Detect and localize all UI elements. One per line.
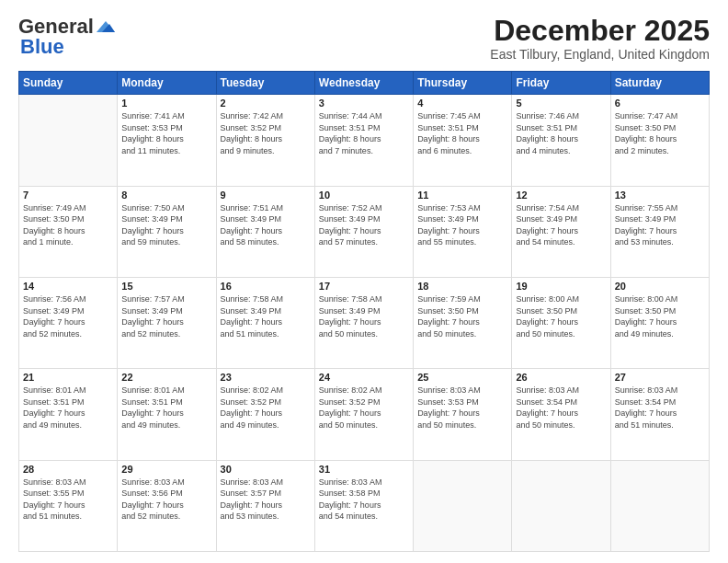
day-number: 29: [121, 464, 211, 475]
table-row: 23Sunrise: 8:02 AMSunset: 3:52 PMDayligh…: [216, 369, 314, 460]
day-number: 20: [615, 281, 705, 292]
day-number: 25: [417, 372, 507, 383]
table-row: 6Sunrise: 7:47 AMSunset: 3:50 PMDaylight…: [610, 95, 709, 186]
day-number: 12: [516, 190, 606, 201]
calendar-week-row: 28Sunrise: 8:03 AMSunset: 3:55 PMDayligh…: [19, 460, 710, 551]
table-row: 4Sunrise: 7:45 AMSunset: 3:51 PMDaylight…: [414, 95, 512, 186]
day-number: 17: [319, 281, 409, 292]
day-info: Sunrise: 8:01 AMSunset: 3:51 PMDaylight:…: [23, 385, 113, 431]
day-number: 1: [121, 98, 211, 109]
day-info: Sunrise: 8:03 AMSunset: 3:57 PMDaylight:…: [221, 477, 311, 523]
calendar-header-row: Sunday Monday Tuesday Wednesday Thursday…: [19, 72, 710, 95]
table-row: 21Sunrise: 8:01 AMSunset: 3:51 PMDayligh…: [19, 369, 118, 460]
table-row: 26Sunrise: 8:03 AMSunset: 3:54 PMDayligh…: [512, 369, 610, 460]
calendar-week-row: 21Sunrise: 8:01 AMSunset: 3:51 PMDayligh…: [19, 369, 710, 460]
day-info: Sunrise: 7:50 AMSunset: 3:49 PMDaylight:…: [121, 202, 211, 248]
day-number: 8: [121, 190, 211, 201]
day-info: Sunrise: 8:03 AMSunset: 3:53 PMDaylight:…: [417, 385, 507, 431]
day-info: Sunrise: 8:03 AMSunset: 3:54 PMDaylight:…: [615, 385, 705, 431]
table-row: [414, 460, 512, 551]
day-info: Sunrise: 7:58 AMSunset: 3:49 PMDaylight:…: [221, 293, 311, 339]
day-info: Sunrise: 7:42 AMSunset: 3:52 PMDaylight:…: [221, 110, 311, 156]
table-row: 10Sunrise: 7:52 AMSunset: 3:49 PMDayligh…: [314, 186, 413, 277]
table-row: 3Sunrise: 7:44 AMSunset: 3:51 PMDaylight…: [314, 95, 413, 186]
day-info: Sunrise: 7:44 AMSunset: 3:51 PMDaylight:…: [319, 110, 409, 156]
day-number: 28: [23, 464, 113, 475]
day-number: 5: [516, 98, 606, 109]
day-info: Sunrise: 7:53 AMSunset: 3:49 PMDaylight:…: [417, 202, 507, 248]
logo: General Blue: [18, 15, 116, 59]
day-number: 26: [516, 372, 606, 383]
table-row: 30Sunrise: 8:03 AMSunset: 3:57 PMDayligh…: [216, 460, 314, 551]
col-monday: Monday: [118, 72, 216, 95]
day-info: Sunrise: 7:45 AMSunset: 3:51 PMDaylight:…: [417, 110, 507, 156]
day-info: Sunrise: 7:57 AMSunset: 3:49 PMDaylight:…: [121, 293, 211, 339]
col-saturday: Saturday: [610, 72, 709, 95]
day-number: 19: [516, 281, 606, 292]
table-row: 31Sunrise: 8:03 AMSunset: 3:58 PMDayligh…: [314, 460, 413, 551]
day-info: Sunrise: 8:02 AMSunset: 3:52 PMDaylight:…: [221, 385, 311, 431]
day-info: Sunrise: 7:52 AMSunset: 3:49 PMDaylight:…: [319, 202, 409, 248]
day-number: 24: [319, 372, 409, 383]
day-number: 3: [319, 98, 409, 109]
table-row: 11Sunrise: 7:53 AMSunset: 3:49 PMDayligh…: [414, 186, 512, 277]
day-number: 6: [615, 98, 705, 109]
day-info: Sunrise: 8:00 AMSunset: 3:50 PMDaylight:…: [615, 293, 705, 339]
table-row: 29Sunrise: 8:03 AMSunset: 3:56 PMDayligh…: [118, 460, 216, 551]
table-row: [512, 460, 610, 551]
day-number: 22: [121, 372, 211, 383]
table-row: [19, 95, 118, 186]
day-number: 15: [121, 281, 211, 292]
table-row: 12Sunrise: 7:54 AMSunset: 3:49 PMDayligh…: [512, 186, 610, 277]
day-number: 27: [615, 372, 705, 383]
table-row: 22Sunrise: 8:01 AMSunset: 3:51 PMDayligh…: [118, 369, 216, 460]
col-wednesday: Wednesday: [314, 72, 413, 95]
table-row: 14Sunrise: 7:56 AMSunset: 3:49 PMDayligh…: [19, 277, 118, 368]
day-info: Sunrise: 7:41 AMSunset: 3:53 PMDaylight:…: [121, 110, 211, 156]
col-sunday: Sunday: [19, 72, 118, 95]
table-row: 17Sunrise: 7:58 AMSunset: 3:49 PMDayligh…: [314, 277, 413, 368]
day-number: 13: [615, 190, 705, 201]
day-number: 18: [417, 281, 507, 292]
day-number: 4: [417, 98, 507, 109]
table-row: 24Sunrise: 8:02 AMSunset: 3:52 PMDayligh…: [314, 369, 413, 460]
table-row: 16Sunrise: 7:58 AMSunset: 3:49 PMDayligh…: [216, 277, 314, 368]
day-number: 14: [23, 281, 113, 292]
day-info: Sunrise: 8:03 AMSunset: 3:56 PMDaylight:…: [121, 477, 211, 523]
calendar-week-row: 7Sunrise: 7:49 AMSunset: 3:50 PMDaylight…: [19, 186, 710, 277]
day-number: 11: [417, 190, 507, 201]
month-title: December 2025: [490, 15, 710, 47]
table-row: 25Sunrise: 8:03 AMSunset: 3:53 PMDayligh…: [414, 369, 512, 460]
day-info: Sunrise: 7:46 AMSunset: 3:51 PMDaylight:…: [516, 110, 606, 156]
table-row: [610, 460, 709, 551]
day-info: Sunrise: 7:47 AMSunset: 3:50 PMDaylight:…: [615, 110, 705, 156]
day-number: 10: [319, 190, 409, 201]
col-friday: Friday: [512, 72, 610, 95]
day-info: Sunrise: 7:55 AMSunset: 3:49 PMDaylight:…: [615, 202, 705, 248]
table-row: 20Sunrise: 8:00 AMSunset: 3:50 PMDayligh…: [610, 277, 709, 368]
day-info: Sunrise: 7:51 AMSunset: 3:49 PMDaylight:…: [221, 202, 311, 248]
day-number: 9: [221, 190, 311, 201]
table-row: 1Sunrise: 7:41 AMSunset: 3:53 PMDaylight…: [118, 95, 216, 186]
location: East Tilbury, England, United Kingdom: [490, 47, 710, 62]
calendar-table: Sunday Monday Tuesday Wednesday Thursday…: [18, 71, 710, 552]
day-number: 2: [221, 98, 311, 109]
col-tuesday: Tuesday: [216, 72, 314, 95]
table-row: 15Sunrise: 7:57 AMSunset: 3:49 PMDayligh…: [118, 277, 216, 368]
table-row: 18Sunrise: 7:59 AMSunset: 3:50 PMDayligh…: [414, 277, 512, 368]
day-info: Sunrise: 8:03 AMSunset: 3:58 PMDaylight:…: [319, 477, 409, 523]
table-row: 13Sunrise: 7:55 AMSunset: 3:49 PMDayligh…: [610, 186, 709, 277]
day-number: 31: [319, 464, 409, 475]
logo-blue: Blue: [20, 35, 64, 59]
day-number: 23: [221, 372, 311, 383]
table-row: 28Sunrise: 8:03 AMSunset: 3:55 PMDayligh…: [19, 460, 118, 551]
day-number: 7: [23, 190, 113, 201]
table-row: 7Sunrise: 7:49 AMSunset: 3:50 PMDaylight…: [19, 186, 118, 277]
table-row: 5Sunrise: 7:46 AMSunset: 3:51 PMDaylight…: [512, 95, 610, 186]
col-thursday: Thursday: [414, 72, 512, 95]
table-row: 8Sunrise: 7:50 AMSunset: 3:49 PMDaylight…: [118, 186, 216, 277]
header: General Blue December 2025 East Tilbury,…: [18, 15, 710, 62]
day-info: Sunrise: 8:01 AMSunset: 3:51 PMDaylight:…: [121, 385, 211, 431]
day-info: Sunrise: 8:03 AMSunset: 3:54 PMDaylight:…: [516, 385, 606, 431]
table-row: 19Sunrise: 8:00 AMSunset: 3:50 PMDayligh…: [512, 277, 610, 368]
